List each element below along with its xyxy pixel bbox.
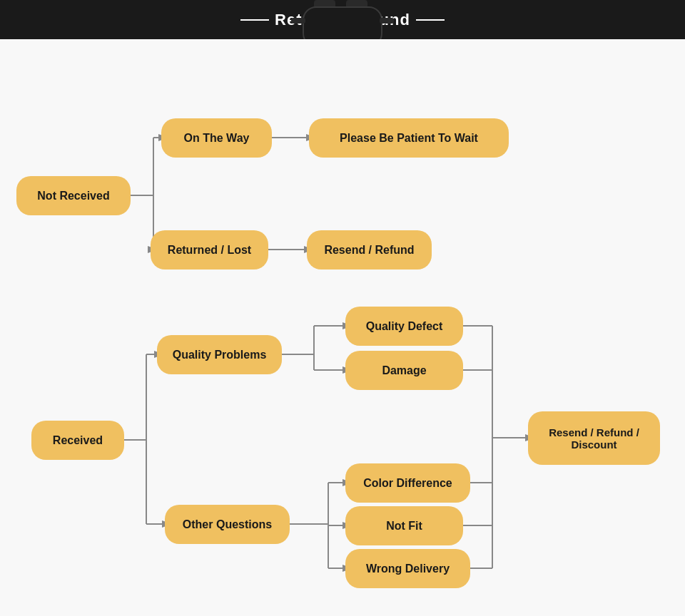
header: Return & Refund (0, 0, 685, 39)
resend-refund-top-node: Resend / Refund (307, 230, 432, 270)
wrong-delivery-node: Wrong Delivery (345, 549, 470, 588)
other-questions-node: Other Questions (165, 505, 290, 544)
color-difference-node: Color Difference (345, 463, 470, 503)
not-received-node: Not Received (16, 176, 131, 215)
svg-rect-3 (291, 18, 305, 24)
main-diagram: Not Received On The Way Please Be Patien… (0, 39, 685, 616)
damage-node: Damage (345, 351, 463, 390)
svg-rect-4 (380, 18, 394, 24)
returned-lost-node: Returned / Lost (151, 230, 268, 270)
on-the-way-node: On The Way (161, 118, 272, 158)
received-node: Received (31, 421, 124, 460)
quality-defect-node: Quality Defect (345, 307, 463, 346)
not-fit-node: Not Fit (345, 506, 463, 545)
quality-problems-node: Quality Problems (157, 335, 282, 374)
please-be-patient-node: Please Be Patient To Wait (309, 118, 509, 158)
resend-refund-discount-node: Resend / Refund / Discount (528, 411, 660, 465)
